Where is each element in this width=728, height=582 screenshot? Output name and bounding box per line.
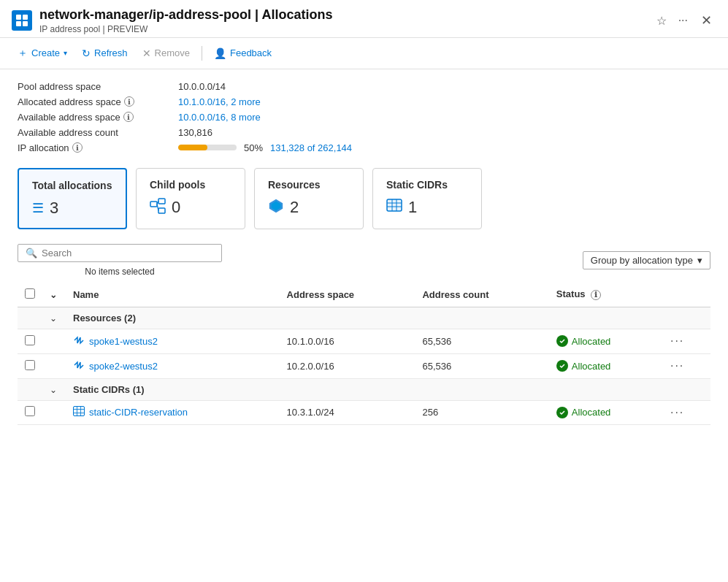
svg-rect-16 xyxy=(74,407,85,416)
card-child-pools-value: 0 xyxy=(150,198,231,218)
status-info-icon[interactable]: ℹ xyxy=(591,290,601,300)
row-status-spoke1: Allocated xyxy=(549,329,663,353)
row-more-icon-spoke2[interactable]: ··· xyxy=(670,359,684,372)
row-actions-spoke1[interactable]: ··· xyxy=(663,329,710,353)
allocated-address-space-info-icon[interactable]: ℹ xyxy=(124,96,134,107)
row-actions-spoke2[interactable]: ··· xyxy=(663,353,710,378)
card-static-cidrs-title: Static CIDRs xyxy=(386,179,468,191)
static-cidrs-count: 1 xyxy=(408,198,417,217)
card-resources[interactable]: Resources 2 xyxy=(254,168,364,229)
feedback-button[interactable]: 👤 Feedback xyxy=(208,45,277,62)
row-check-spoke2[interactable] xyxy=(18,353,42,378)
row-check-spoke1[interactable] xyxy=(18,329,42,353)
group-resources-chevron-icon[interactable]: ⌄ xyxy=(50,313,57,323)
title-actions: ☆ ··· ✕ xyxy=(654,11,716,30)
status-label-spoke2: Allocated xyxy=(572,361,610,372)
row-check-static-cidr[interactable] xyxy=(18,400,42,424)
info-grid: Pool address space 10.0.0.0/14 Allocated… xyxy=(18,81,710,153)
checkbox-spoke2[interactable] xyxy=(25,360,35,370)
available-address-space-label: Available address space ℹ xyxy=(18,112,178,123)
group-by-button[interactable]: Group by allocation type ▾ xyxy=(583,251,710,269)
svg-rect-3 xyxy=(23,21,28,26)
toolbar: ＋ Create ▾ ↻ Refresh ✕ Remove 👤 Feedback xyxy=(0,38,728,69)
link-static-cidr[interactable]: static-CIDR-reservation xyxy=(89,407,188,418)
resources-icon xyxy=(268,198,284,218)
available-address-space-info-icon[interactable]: ℹ xyxy=(123,112,134,122)
allocated-address-space-label: Allocated address space ℹ xyxy=(18,96,178,107)
th-name[interactable]: Name xyxy=(66,283,280,307)
svg-rect-1 xyxy=(23,15,28,20)
favorite-button[interactable]: ☆ xyxy=(654,12,670,29)
remove-button[interactable]: ✕ Remove xyxy=(137,45,196,62)
row-address-space-static-cidr: 10.3.1.0/24 xyxy=(280,400,415,424)
row-indent-spoke2 xyxy=(42,353,66,378)
search-input[interactable] xyxy=(42,248,214,259)
child-pools-count: 0 xyxy=(172,198,180,217)
more-options-button[interactable]: ··· xyxy=(675,12,691,28)
child-pools-icon xyxy=(150,198,166,218)
title-bar: network-manager/ip-address-pool | Alloca… xyxy=(0,0,728,38)
allocated-address-space-value[interactable]: 10.1.0.0/16, 2 more xyxy=(178,96,710,107)
available-address-count-value: 130,816 xyxy=(178,127,710,138)
svg-rect-4 xyxy=(150,202,157,207)
card-child-pools[interactable]: Child pools 0 xyxy=(136,168,245,229)
main-content: Pool address space 10.0.0.0/14 Allocated… xyxy=(0,69,728,564)
group-row-static-cidrs: ⌄ Static CIDRs (1) xyxy=(18,378,710,400)
th-select-all[interactable] xyxy=(18,283,42,307)
svg-rect-0 xyxy=(16,15,21,20)
row-more-icon-spoke1[interactable]: ··· xyxy=(670,334,684,347)
link-spoke1[interactable]: spoke1-westus2 xyxy=(89,336,158,347)
page-title: network-manager/ip-address-pool | Alloca… xyxy=(39,7,654,23)
row-address-count-spoke1: 65,536 xyxy=(415,329,548,353)
card-total-title: Total allocations xyxy=(32,180,112,191)
group-static-cidrs-chevron-icon[interactable]: ⌄ xyxy=(50,385,57,395)
group-expand-static-cidrs[interactable]: ⌄ xyxy=(42,378,66,400)
group-expand-resources[interactable]: ⌄ xyxy=(42,307,66,329)
row-actions-static-cidr[interactable]: ··· xyxy=(663,400,710,424)
row-name-spoke2: spoke2-westus2 xyxy=(66,353,280,378)
cidr-icon-static xyxy=(73,406,85,418)
row-more-icon-static-cidr[interactable]: ··· xyxy=(670,406,684,418)
refresh-button[interactable]: ↻ Refresh xyxy=(76,45,134,62)
available-address-space-value[interactable]: 10.0.0.0/16, 8 more xyxy=(178,112,710,123)
allocations-table: ⌄ Name Address space Address count Statu… xyxy=(18,283,710,425)
card-total-value: ☰ 3 xyxy=(32,199,112,218)
link-spoke2[interactable]: spoke2-westus2 xyxy=(89,361,158,372)
svg-line-8 xyxy=(157,204,158,210)
svg-rect-11 xyxy=(387,199,402,211)
th-address-space[interactable]: Address space xyxy=(280,283,415,307)
ip-allocation-info-icon[interactable]: ℹ xyxy=(72,142,83,153)
resources-count: 2 xyxy=(290,198,299,217)
card-child-pools-title: Child pools xyxy=(150,179,231,191)
refresh-icon: ↻ xyxy=(82,47,91,59)
table-toolbar: 🔍 No items selected Group by allocation … xyxy=(18,244,710,277)
card-static-cidrs[interactable]: Static CIDRs 1 xyxy=(372,168,482,229)
th-status[interactable]: Status ℹ xyxy=(549,283,663,307)
allocation-cards: Total allocations ☰ 3 Child pools xyxy=(18,168,710,229)
ip-allocation-detail: 131,328 of 262,144 xyxy=(270,142,352,153)
search-box[interactable]: 🔍 xyxy=(18,244,222,262)
select-all-checkbox[interactable] xyxy=(25,288,35,299)
create-button[interactable]: ＋ Create ▾ xyxy=(12,44,73,63)
table-header: ⌄ Name Address space Address count Statu… xyxy=(18,283,710,307)
vnet-icon-spoke1 xyxy=(73,334,85,348)
pool-address-space-value: 10.0.0.0/14 xyxy=(178,81,710,92)
status-dot-static-cidr xyxy=(556,407,568,418)
ip-allocation-label: IP allocation ℹ xyxy=(18,142,178,153)
title-text-block: network-manager/ip-address-pool | Alloca… xyxy=(39,7,654,34)
row-indent-spoke1 xyxy=(42,329,66,353)
row-address-space-spoke1: 10.1.0.0/16 xyxy=(280,329,415,353)
checkbox-static-cidr[interactable] xyxy=(25,406,35,416)
group-check-static-cidrs xyxy=(18,378,42,400)
ip-allocation-percent: 50% xyxy=(244,142,263,153)
checkbox-spoke1[interactable] xyxy=(25,335,35,345)
th-address-count[interactable]: Address count xyxy=(415,283,548,307)
pool-address-space-label: Pool address space xyxy=(18,81,178,92)
card-total-allocations[interactable]: Total allocations ☰ 3 xyxy=(18,168,127,229)
close-button[interactable]: ✕ xyxy=(697,11,716,30)
expand-all-chevron-icon[interactable]: ⌄ xyxy=(50,290,57,300)
vnet-icon-spoke2 xyxy=(73,359,85,373)
static-cidrs-icon xyxy=(386,199,402,215)
row-indent-static-cidr xyxy=(42,400,66,424)
status-dot-spoke2 xyxy=(556,360,568,372)
